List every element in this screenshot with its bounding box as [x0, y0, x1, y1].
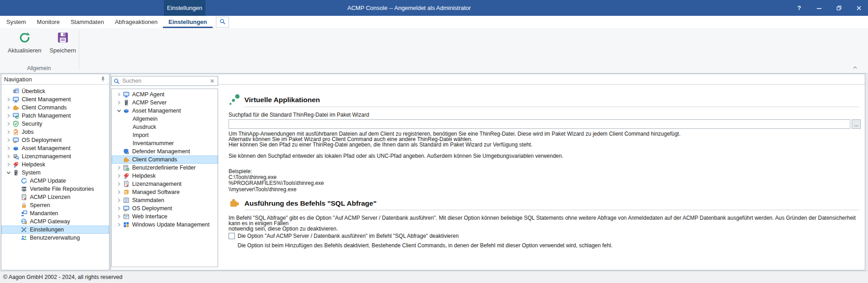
text-line: Im Befehl "SQL Abfrage" gibt es die Opti…	[229, 215, 858, 226]
navigation-header-label: Navigation	[4, 76, 32, 83]
title-bar: Einstellungen ACMP Console -- Angemeldet…	[0, 0, 868, 16]
tree-item-sperren[interactable]: Sperren	[1, 201, 109, 209]
license-search-icon	[12, 153, 19, 160]
tree-item-asset-management[interactable]: Asset Management	[1, 144, 109, 152]
tree-item-acmp-update[interactable]: ACMP Update	[1, 177, 109, 185]
chevron-right-icon[interactable]	[5, 96, 12, 103]
tree-item-label: Einstellungen	[30, 226, 64, 233]
tree-item-label: OS Deployment	[22, 137, 62, 143]
sql-option-description: Im Befehl "SQL Abfrage" gibt es die Opti…	[229, 215, 858, 232]
tree-item-lizenzmanagement[interactable]: Lizenzmanagement	[1, 152, 109, 160]
tree-item-label: ACMP Gateway	[30, 218, 70, 225]
clipboard-icon	[12, 129, 19, 136]
tree-item-label: Security	[22, 121, 42, 127]
tree-item-label: Helpdesk	[22, 161, 45, 168]
tree-item-os-deployment[interactable]: OS Deployment	[1, 136, 109, 144]
tree-item-label: Mandanten	[30, 210, 58, 217]
tree-item-acmp-lizenzen[interactable]: ACMP Lizenzen	[1, 193, 109, 201]
speichern-button[interactable]: Speichern	[45, 29, 80, 55]
user-monitor-icon	[20, 210, 27, 217]
sql-command-puzzle-icon	[229, 198, 240, 208]
text-line: Hier können Sie den Pfad zu einer ThinRe…	[229, 142, 681, 148]
tools-icon	[20, 226, 27, 233]
chevron-right-icon[interactable]	[5, 121, 12, 127]
browse-button[interactable]: ...	[852, 119, 861, 129]
acmp-console-window: Einstellungen ACMP Console -- Angemeldet…	[0, 0, 868, 283]
chevron-right-icon[interactable]	[5, 137, 12, 143]
tree-item-label: Jobs	[22, 129, 33, 135]
tree-item-verteilte-file-repositories[interactable]: Verteilte File Repositories	[1, 185, 109, 193]
thinreg-path-input[interactable]	[229, 119, 850, 129]
path-label: Suchpfad für die Standard ThinReg-Datei …	[229, 112, 369, 118]
tree-item-benutzerverwaltung[interactable]: Benutzerverwaltung	[1, 234, 109, 242]
update-arrows-icon	[20, 178, 27, 184]
tree-item-label: Client Management	[22, 96, 71, 103]
ribbon: AktualisierenSpeichern Allgemein	[0, 28, 868, 74]
tree-item-client-commands[interactable]: Client Commands	[1, 104, 109, 112]
monitor-deploy-icon	[12, 137, 19, 144]
tree-item-jobs[interactable]: Jobs	[1, 128, 109, 136]
tag-red-icon	[12, 161, 19, 168]
chevron-spacer	[5, 88, 12, 94]
tree-item-label: Sperren	[30, 202, 50, 208]
examples-list: C:\Tools\thinreg.exe%PROGRAMFILES%\Tools…	[229, 175, 324, 193]
section-divider	[244, 107, 859, 107]
tab-system[interactable]: System	[1, 16, 31, 28]
globe-lock-icon	[20, 218, 27, 225]
tree-item-label: Überblick	[22, 88, 45, 94]
tree-item-überblick[interactable]: Überblick	[1, 87, 109, 95]
refresh-icon	[18, 31, 31, 44]
breadcrumb: System / Einstellungen	[111, 74, 865, 85]
tree-item-einstellungen[interactable]: Einstellungen	[1, 226, 109, 234]
minimize-icon[interactable]	[815, 4, 824, 13]
lock-orange-icon	[20, 202, 27, 209]
ribbon-button-group: AktualisierenSpeichern	[4, 29, 80, 55]
tree-item-helpdesk[interactable]: Helpdesk	[1, 160, 109, 169]
magnifier-icon	[114, 78, 119, 84]
close-icon[interactable]	[854, 4, 863, 13]
ribbon-button-label: Aktualisieren	[8, 47, 41, 54]
tree-item-patch-management[interactable]: Patch Management	[1, 112, 109, 120]
tree-item-mandanten[interactable]: Mandanten	[1, 209, 109, 217]
tree-item-label: ACMP Lizenzen	[30, 194, 70, 200]
text-line: \\myserver\Tools\thinreg.exe	[229, 187, 324, 193]
chevron-down-icon[interactable]	[5, 170, 12, 176]
overview-icon	[12, 88, 19, 95]
tree-item-label: ACMP Update	[30, 178, 66, 184]
shield-green-icon	[12, 121, 19, 127]
chevron-right-icon[interactable]	[5, 161, 12, 168]
clear-search-icon[interactable]	[209, 77, 216, 85]
settings-content: Virtuelle Applikationen Suchpfad für die…	[111, 84, 865, 270]
tab-monitore[interactable]: Monitore	[31, 16, 65, 28]
puzzle-orange-icon	[12, 104, 19, 111]
tree-item-security[interactable]: Security	[1, 120, 109, 128]
tree-item-acmp-gateway[interactable]: ACMP Gateway	[1, 217, 109, 226]
tree-item-system[interactable]: System	[1, 169, 109, 177]
pin-icon[interactable]	[99, 75, 106, 83]
content-pane: System / Einstellungen ACMP AgentACMP Se…	[110, 74, 865, 270]
tree-item-label: Patch Management	[22, 113, 71, 119]
help-icon[interactable]: ?	[795, 4, 804, 13]
tree-item-label: Verteilte File Repositories	[30, 186, 94, 192]
chevron-right-icon[interactable]	[5, 153, 12, 160]
virtual-apps-icon	[229, 94, 241, 107]
tab-einstellungen[interactable]: Einstellungen	[163, 16, 212, 28]
doc-seal-icon	[20, 194, 27, 201]
tree-item-label: Client Commands	[22, 104, 67, 111]
chevron-right-icon[interactable]	[5, 129, 12, 135]
section-title-sql-abfrage: Ausführung des Befehls "SQL Abfrage"	[244, 199, 377, 208]
aktualisieren-button[interactable]: Aktualisieren	[4, 29, 45, 55]
settings-search-input[interactable]	[121, 77, 209, 85]
chevron-right-icon[interactable]	[5, 113, 12, 119]
search-button[interactable]	[216, 17, 229, 28]
chevron-up-icon[interactable]	[851, 64, 859, 71]
chevron-right-icon[interactable]	[5, 104, 12, 111]
tree-item-label: Asset Management	[22, 145, 71, 151]
section-title-virtuelle-applikationen: Virtuelle Applikationen	[244, 96, 320, 104]
chevron-right-icon[interactable]	[5, 145, 12, 151]
restore-icon[interactable]	[835, 4, 844, 13]
disable-sql-option-checkbox[interactable]	[229, 233, 235, 239]
tab-stammdaten[interactable]: Stammdaten	[65, 16, 110, 28]
tab-abfrageaktionen[interactable]: Abfrageaktionen	[110, 16, 163, 28]
tree-item-client-management[interactable]: Client Management	[1, 95, 109, 104]
